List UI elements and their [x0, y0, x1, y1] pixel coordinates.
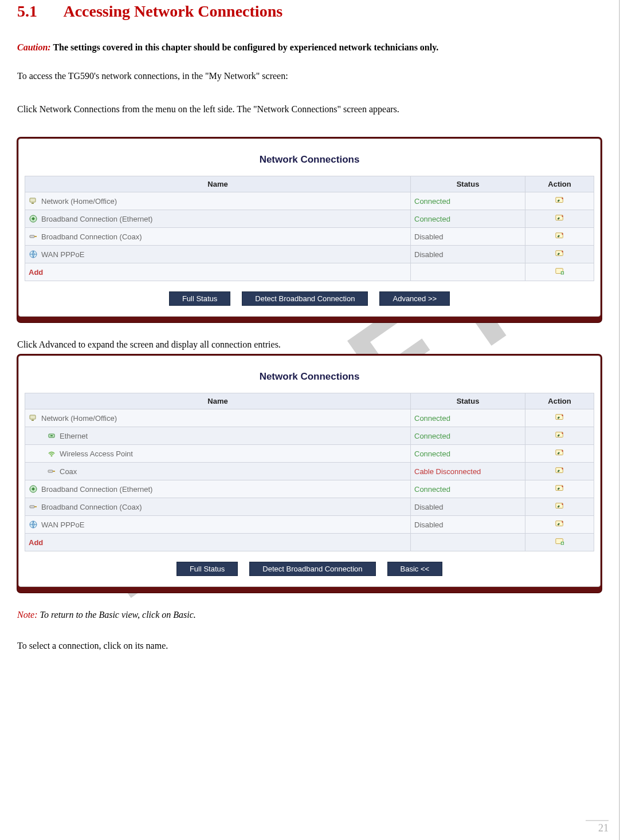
table-row: Broadband Connection (Ethernet)Connected — [25, 480, 594, 498]
ethernet-sub-icon — [47, 431, 56, 440]
edit-icon[interactable] — [555, 519, 564, 529]
col-header-name: Name — [25, 176, 411, 192]
panel-title: Network Connections — [25, 144, 594, 176]
connection-name[interactable]: Network (Home/Office) — [41, 197, 117, 206]
connection-status: Connected — [411, 210, 525, 228]
connection-status: Connected — [411, 445, 525, 463]
connection-status: Cable Disconnected — [411, 463, 525, 480]
add-label[interactable]: Add — [25, 263, 411, 281]
section-title: Accessing Network Connections — [63, 2, 282, 20]
svg-rect-6 — [34, 236, 37, 237]
table-row: Network (Home/Office)Connected — [25, 409, 594, 427]
col-header-action: Action — [525, 176, 594, 192]
instruction-line-1: To access the TG590's network connection… — [17, 71, 602, 81]
network-icon — [29, 196, 38, 206]
add-icon[interactable] — [555, 537, 564, 546]
full-status-button[interactable]: Full Status — [169, 291, 230, 306]
screenshot-advanced: Network Connections Name Status Action N… — [17, 354, 602, 593]
connection-name[interactable]: Network (Home/Office) — [41, 414, 117, 423]
edit-icon[interactable] — [555, 431, 564, 440]
svg-point-21 — [51, 455, 53, 457]
page-number: 21 — [586, 820, 609, 834]
col-header-status: Status — [411, 393, 525, 409]
connection-status: Disabled — [411, 498, 525, 516]
connection-name[interactable]: Broadband Connection (Ethernet) — [41, 215, 152, 223]
table-row: WAN PPPoEDisabled — [25, 516, 594, 534]
col-header-name: Name — [25, 393, 411, 409]
add-icon[interactable] — [555, 267, 564, 276]
note-paragraph: Note: To return to the Basic view, click… — [17, 610, 602, 620]
coax-icon — [29, 502, 38, 511]
connection-name[interactable]: WAN PPPoE — [41, 520, 84, 529]
note-text: To return to the Basic view, click on Ba… — [40, 610, 196, 620]
instruction-line-3: Click Advanced to expand the screen and … — [17, 340, 602, 350]
caution-paragraph: Caution: The settings covered in this ch… — [17, 42, 602, 53]
connection-name[interactable]: Coax — [60, 467, 77, 476]
caution-text: The settings covered in this chapter sho… — [53, 42, 438, 52]
connection-status: Connected — [411, 480, 525, 498]
edit-icon[interactable] — [555, 231, 564, 240]
network-icon — [29, 413, 38, 423]
svg-rect-29 — [34, 506, 37, 507]
connection-status: Disabled — [411, 516, 525, 534]
edit-icon[interactable] — [555, 466, 564, 475]
edit-action[interactable] — [525, 210, 594, 228]
edit-icon[interactable] — [555, 484, 564, 493]
wan-icon — [29, 250, 38, 259]
edit-icon[interactable] — [555, 249, 564, 258]
edit-action[interactable] — [525, 480, 594, 498]
svg-rect-28 — [30, 506, 34, 508]
edit-action[interactable] — [525, 246, 594, 263]
add-action[interactable] — [525, 263, 594, 281]
edit-action[interactable] — [525, 427, 594, 445]
advanced-button[interactable]: Advanced >> — [379, 291, 450, 306]
edit-icon[interactable] — [555, 448, 564, 458]
connection-status: Connected — [411, 409, 525, 427]
connection-name[interactable]: Wireless Access Point — [60, 449, 133, 458]
instruction-line-4: To select a connection, click on its nam… — [17, 641, 602, 651]
edit-action[interactable] — [525, 192, 594, 210]
detect-broadband-button[interactable]: Detect Broadband Connection — [242, 291, 368, 306]
edit-action[interactable] — [525, 409, 594, 427]
connection-name[interactable]: WAN PPPoE — [41, 250, 84, 259]
edit-icon[interactable] — [555, 196, 564, 205]
coax-icon — [47, 467, 56, 476]
svg-rect-1 — [32, 203, 34, 204]
add-row[interactable]: Add — [25, 534, 594, 551]
basic-button[interactable]: Basic << — [387, 562, 443, 576]
ethernet-icon — [29, 484, 38, 494]
add-label[interactable]: Add — [25, 534, 411, 551]
table-row: EthernetConnected — [25, 427, 594, 445]
detect-broadband-button[interactable]: Detect Broadband Connection — [249, 562, 375, 576]
edit-icon[interactable] — [555, 214, 564, 223]
table-row: Broadband Connection (Coax)Disabled — [25, 228, 594, 246]
connection-name[interactable]: Ethernet — [60, 432, 88, 440]
instruction-line-2: Click Network Connections from the menu … — [17, 104, 602, 115]
connection-status: Connected — [411, 192, 525, 210]
connections-table-basic: Name Status Action Network (Home/Office)… — [25, 176, 594, 281]
edit-action[interactable] — [525, 516, 594, 534]
svg-rect-24 — [53, 471, 55, 472]
edit-icon[interactable] — [555, 413, 564, 422]
svg-rect-5 — [30, 235, 34, 238]
svg-rect-16 — [32, 420, 34, 421]
edit-icon[interactable] — [555, 502, 564, 511]
edit-action[interactable] — [525, 498, 594, 516]
wifi-icon — [47, 449, 56, 458]
add-action[interactable] — [525, 534, 594, 551]
add-row[interactable]: Add — [25, 263, 594, 281]
table-row: Network (Home/Office)Connected — [25, 192, 594, 210]
table-row: Broadband Connection (Ethernet)Connected — [25, 210, 594, 228]
table-row: CoaxCable Disconnected — [25, 463, 594, 480]
wan-icon — [29, 520, 38, 529]
full-status-button[interactable]: Full Status — [176, 562, 238, 576]
edit-action[interactable] — [525, 228, 594, 246]
connection-status: Connected — [411, 427, 525, 445]
connection-name[interactable]: Broadband Connection (Ethernet) — [41, 485, 152, 494]
connection-name[interactable]: Broadband Connection (Coax) — [41, 503, 142, 511]
svg-rect-19 — [50, 435, 53, 436]
edit-action[interactable] — [525, 463, 594, 480]
connection-name[interactable]: Broadband Connection (Coax) — [41, 232, 142, 241]
edit-action[interactable] — [525, 445, 594, 463]
ethernet-icon — [29, 214, 38, 223]
